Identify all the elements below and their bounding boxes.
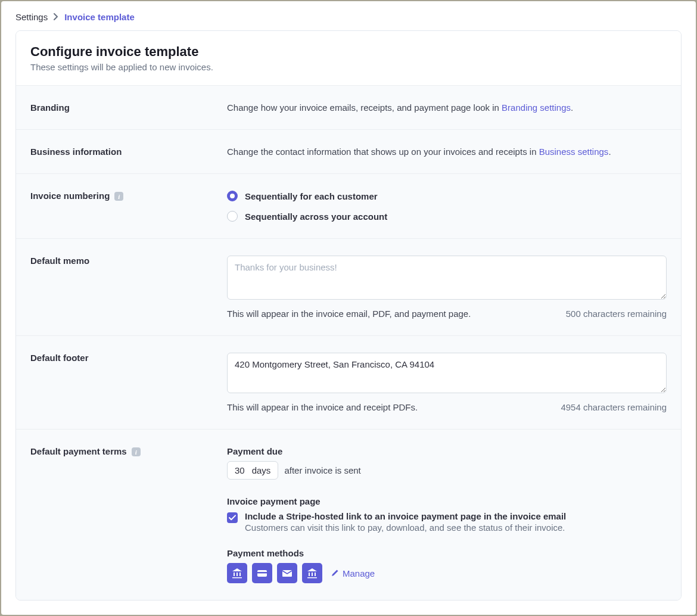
footer-textarea[interactable] <box>227 353 667 393</box>
branding-desc: Change how your invoice emails, receipts… <box>227 102 667 113</box>
breadcrumb-root[interactable]: Settings <box>15 12 48 22</box>
info-icon[interactable]: i <box>132 447 141 456</box>
breadcrumb-leaf[interactable]: Invoice template <box>64 12 135 22</box>
label-default-payment-terms: Default payment terms i <box>30 446 227 583</box>
include-hosted-link-title: Include a Stripe-hosted link to an invoi… <box>245 511 566 521</box>
section-invoice-numbering: Invoice numbering i Sequentially for eac… <box>16 174 681 239</box>
business-desc: Change the contact information that show… <box>227 147 667 157</box>
pencil-icon <box>331 569 339 577</box>
payment-due-days-input[interactable]: 30 days <box>227 461 278 480</box>
section-business-info: Business information Change the contact … <box>16 130 681 174</box>
svg-rect-1 <box>257 572 267 574</box>
radio-sequential-account[interactable]: Sequentially across your account <box>227 211 667 222</box>
memo-remaining: 500 characters remaining <box>566 309 667 319</box>
page-title: Configure invoice template <box>30 44 667 60</box>
section-branding: Branding Change how your invoice emails,… <box>16 86 681 130</box>
label-branding: Branding <box>30 102 227 113</box>
section-default-footer: Default footer This will appear in the i… <box>16 336 681 430</box>
payment-due-suffix: after invoice is sent <box>284 465 360 475</box>
invoice-payment-page-label: Invoice payment page <box>227 496 667 506</box>
envelope-icon <box>277 563 297 583</box>
radio-icon <box>227 191 238 201</box>
radio-icon <box>227 211 238 222</box>
include-hosted-link-desc: Customers can visit this link to pay, do… <box>245 522 566 533</box>
business-settings-link[interactable]: Business settings <box>539 147 609 157</box>
card-header: Configure invoice template These setting… <box>16 31 681 86</box>
page-subtitle: These settings will be applied to new in… <box>30 62 667 72</box>
payment-due-label: Payment due <box>227 446 667 456</box>
label-invoice-numbering: Invoice numbering i <box>30 191 227 222</box>
memo-help: This will appear in the invoice email, P… <box>227 309 471 319</box>
section-default-payment-terms: Default payment terms i Payment due 30 d… <box>16 430 681 600</box>
bank-icon <box>227 563 247 583</box>
footer-help: This will appear in the invoice and rece… <box>227 402 418 412</box>
info-icon[interactable]: i <box>114 192 123 201</box>
radio-sequential-customer[interactable]: Sequentially for each customer <box>227 191 667 201</box>
label-default-footer: Default footer <box>30 353 227 412</box>
memo-textarea[interactable] <box>227 256 667 300</box>
branding-settings-link[interactable]: Branding settings <box>502 102 571 113</box>
breadcrumb: Settings Invoice template <box>1 1 696 30</box>
footer-remaining: 4954 characters remaining <box>561 402 667 412</box>
include-hosted-link-checkbox[interactable] <box>227 512 238 523</box>
label-business-info: Business information <box>30 147 227 157</box>
card-icon <box>252 563 272 583</box>
chevron-right-icon <box>54 12 58 22</box>
manage-payment-methods-link[interactable]: Manage <box>331 568 375 578</box>
bank-icon <box>302 563 322 583</box>
section-default-memo: Default memo This will appear in the inv… <box>16 239 681 336</box>
label-default-memo: Default memo <box>30 256 227 319</box>
payment-methods-label: Payment methods <box>227 548 667 558</box>
